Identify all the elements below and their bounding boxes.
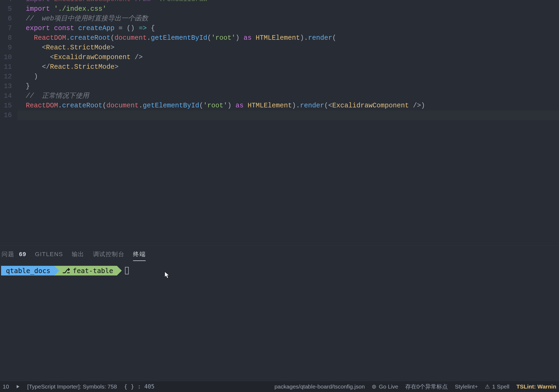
svg-marker-0 (17, 385, 19, 388)
status-item-play-icon[interactable] (16, 384, 20, 389)
line-number: 13 (0, 82, 18, 91)
status-item-stylelint[interactable]: Stylelint+ (455, 383, 478, 390)
terminal-prompt: qtable_docs ⎇ feat-table (1, 266, 558, 275)
warning-icon: ⚠ (485, 383, 490, 390)
code-line[interactable]: ReactDOM.createRoot(document.getElementB… (18, 101, 559, 111)
panel-tab-label: 调试控制台 (93, 251, 125, 257)
status-item-ts-importer[interactable]: [TypeScript Importer]: Symbols: 758 (27, 383, 117, 390)
line-number-gutter: 45678910111213141516 (0, 0, 18, 120)
code-line[interactable]: import './index.css' (18, 4, 559, 14)
code-line[interactable]: <ExcalidrawComponent /> (18, 53, 559, 62)
terminal-view[interactable]: qtable_docs ⎇ feat-table (0, 264, 559, 381)
line-number: 9 (0, 43, 18, 53)
status-item-golive[interactable]: ⊚ Go Live (372, 383, 398, 390)
terminal-cursor (125, 267, 129, 274)
broadcast-icon: ⊚ (372, 383, 377, 390)
line-number: 14 (0, 91, 18, 101)
panel-tab-label: 输出 (72, 251, 84, 257)
line-number: 16 (0, 111, 18, 120)
line-number: 6 (0, 14, 18, 24)
git-branch-icon: ⎇ (62, 267, 70, 275)
panel-tab-label: GITLENS (35, 251, 63, 257)
code-line[interactable]: } (18, 82, 559, 91)
code-line[interactable]: import ExcalidrawComponent from './excal… (18, 0, 559, 4)
problems-count-badge: 69 (19, 251, 26, 257)
line-number: 15 (0, 101, 18, 111)
code-line[interactable]: ) (18, 72, 559, 82)
prompt-segment-git: ⎇ feat-table (54, 266, 117, 275)
line-number: 11 (0, 62, 18, 72)
code-content[interactable]: import ExcalidrawComponent from './excal… (18, 0, 559, 120)
code-line[interactable]: </React.StrictMode> (18, 62, 559, 72)
line-number: 4 (0, 0, 18, 4)
status-item-filepath[interactable]: packages/qtable-board/tsconfig.json (274, 383, 365, 390)
code-line[interactable]: ReactDOM.createRoot(document.getElementB… (18, 33, 559, 43)
panel-tab-bar: 问题 69 GITLENS 输出 调试控制台 终端 (0, 245, 559, 264)
panel-tab-problems[interactable]: 问题 69 (2, 250, 26, 260)
code-editor[interactable]: 45678910111213141516 import ExcalidrawCo… (0, 0, 559, 245)
status-item-cursors[interactable]: 存在0个异常标点 (405, 383, 448, 390)
status-item-left-number[interactable]: 10 (3, 383, 9, 390)
panel-tab-gitlens[interactable]: GITLENS (35, 251, 63, 260)
code-line[interactable]: export const createApp = () => { (18, 24, 559, 33)
status-item-spell[interactable]: ⚠ 1 Spell (485, 383, 509, 390)
status-item-braces[interactable]: { } : 405 (124, 383, 155, 390)
code-line[interactable]: // web项目中使用时直接导出一个函数 (18, 14, 559, 24)
line-number: 12 (0, 72, 18, 82)
panel-tab-label: 终端 (133, 251, 146, 257)
panel-tab-debug-console[interactable]: 调试控制台 (93, 250, 125, 260)
line-number: 8 (0, 33, 18, 43)
panel-tab-terminal[interactable]: 终端 (133, 250, 146, 260)
line-number: 5 (0, 4, 18, 14)
status-bar: 10 [TypeScript Importer]: Symbols: 758 {… (0, 381, 559, 392)
line-number: 7 (0, 24, 18, 33)
bottom-panel: 问题 69 GITLENS 输出 调试控制台 终端 qtable_docs ⎇ … (0, 245, 559, 381)
status-item-tslint[interactable]: TSLint: Warnin (516, 383, 556, 390)
code-line[interactable]: // 正常情况下使用 (18, 91, 559, 101)
code-line[interactable]: <React.StrictMode> (18, 43, 559, 53)
line-number: 10 (0, 53, 18, 62)
git-branch-name: feat-table (73, 267, 113, 275)
panel-tab-label: 问题 (2, 251, 14, 257)
prompt-segment-cwd: qtable_docs (1, 266, 54, 275)
panel-tab-output[interactable]: 输出 (72, 250, 84, 260)
code-line[interactable] (18, 111, 559, 120)
